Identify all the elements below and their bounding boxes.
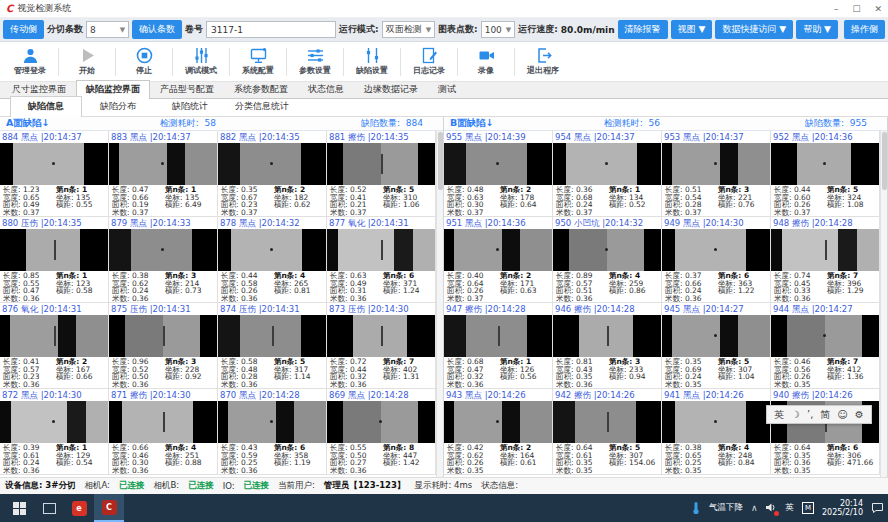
ime-emoji-icon[interactable]: ☺ [837, 409, 847, 420]
defect-cell[interactable]: 944 黑点 |20:14:27 长度: 0.46宽度: 0.56面积: 0.2… [771, 303, 880, 389]
defect-thumbnail-image [662, 401, 770, 443]
taskbar-clock[interactable]: 20:14 2025/2/10 [822, 499, 863, 518]
defect-cell[interactable]: 955 黑点 |20:14:39 长度: 0.48宽度: 0.63面积: 0.3… [444, 131, 553, 217]
defect-cell[interactable]: 873 压伤 |20:14:30 长度: 0.72宽度: 0.44面积: 0.3… [327, 303, 436, 389]
defect-cell[interactable]: 947 擦伤 |20:14:28 长度: 0.68宽度: 0.47面积: 0.3… [444, 303, 553, 389]
defect-cell[interactable]: 877 氧化 |20:14:31 长度: 0.63宽度: 0.49面积: 0.3… [327, 217, 436, 303]
defect-cell[interactable]: 940 擦伤 |20:14:26 长度: 0.64宽度: 0.35面积: 0.3… [771, 389, 880, 475]
defect-cell[interactable]: 880 压伤 |20:14:35 长度: 0.85宽度: 0.55面积: 0.4… [0, 217, 109, 303]
action-camera-button[interactable]: 录像 [458, 47, 514, 76]
transmission-side-button[interactable]: 传动侧 [3, 20, 44, 39]
defect-cell[interactable]: 876 氧化 |20:14:31 长度: 0.41宽度: 0.57面积: 0.2… [0, 303, 109, 389]
volume-icon[interactable] [765, 502, 777, 515]
defect-cell-header: 877 氧化 |20:14:31 [327, 217, 435, 229]
defect-cell[interactable]: 942 擦伤 |20:14:26 长度: 0.64宽度: 0.61面积: 0.3… [553, 389, 662, 475]
defect-cell[interactable]: 869 黑点 |20:14:28 长度: 0.55宽度: 0.50面积: 0.2… [327, 389, 436, 475]
weather-text[interactable]: 气温下降 [709, 502, 743, 514]
run-speed-value: 80.0m/min [561, 25, 615, 35]
defect-info: 长度: 0.36宽度: 0.68面积: 0.24米数: 0.37 第n条: 1坐… [553, 185, 661, 216]
tab-1[interactable]: 缺陷监控界面 [76, 80, 150, 99]
action-stop-button[interactable]: 停止 [116, 47, 172, 76]
subtab-2[interactable]: 缺陷统计 [154, 96, 226, 116]
defect-cell[interactable]: 951 黑点 |20:14:36 长度: 0.40宽度: 0.64面积: 0.2… [444, 217, 553, 303]
ime-fullhalf-moon-icon[interactable]: ☽ [791, 409, 800, 420]
close-button[interactable]: ✕ [874, 4, 882, 14]
defect-thumbnail-image [327, 143, 435, 185]
action-user-button[interactable]: 管理登录 [2, 47, 58, 76]
defect-info: 长度: 0.48宽度: 0.63面积: 0.30米数: 0.37 第n条: 2坐… [444, 185, 552, 216]
run-mode-select[interactable]: 双面检测▼ [382, 21, 435, 38]
action-label: 开始 [79, 65, 95, 76]
quick-access-menu-button[interactable]: 数据快捷访问 ▼ [715, 20, 793, 39]
ime-simplified-toggle[interactable]: 简 [820, 408, 830, 422]
defect-info: 长度: 0.43宽度: 0.59面积: 0.25米数: 0.36 第n条: 6坐… [218, 443, 326, 474]
action-exit-button[interactable]: 退出程序 [515, 47, 571, 76]
help-menu-button[interactable]: 帮助 ▼ [796, 20, 838, 39]
defect-cell[interactable]: 943 黑点 |20:14:26 长度: 0.42宽度: 0.62面积: 0.2… [444, 389, 553, 475]
action-monitor-button[interactable]: 系统配置 [230, 47, 286, 76]
subtab-0[interactable]: 缺陷信息 [10, 96, 82, 117]
defect-thumbnail-image [218, 229, 326, 271]
defect-cell[interactable]: 879 黑点 |20:14:33 长度: 0.38宽度: 0.62面积: 0.2… [109, 217, 218, 303]
action-log-button[interactable]: 日志记录 [401, 47, 457, 76]
defect-info: 长度: 0.52宽度: 0.41面积: 0.21米数: 0.37 第n条: 5坐… [327, 185, 435, 216]
defect-cell[interactable]: 952 黑点 |20:14:36 长度: 0.44宽度: 0.60面积: 0.2… [771, 131, 880, 217]
defect-cell[interactable]: 950 小凹坑 |20:14:32 长度: 0.89宽度: 0.57面积: 0.… [553, 217, 662, 303]
confirm-count-button[interactable]: 确认条数 [132, 20, 182, 39]
state-info-label: 状态信息: [481, 480, 518, 492]
action-center-icon[interactable] [871, 502, 884, 514]
subtab-1[interactable]: 缺陷分布 [82, 96, 154, 116]
ime-settings-gear-icon[interactable]: ⚙ [855, 409, 864, 420]
start-button[interactable] [4, 494, 34, 522]
maximize-button[interactable]: ☐ [852, 4, 860, 14]
subtab-3[interactable]: 分类信息统计 [226, 96, 298, 116]
tab-5[interactable]: 边缘数据记录 [354, 80, 428, 98]
action-toolbar: 管理登录开始停止调试模式系统配置参数设置缺陷设置日志记录录像退出程序 [0, 42, 888, 82]
defect-cell[interactable]: 881 擦伤 |20:14:35 长度: 0.52宽度: 0.41面积: 0.2… [327, 131, 436, 217]
taskbar-app-2[interactable]: C [94, 494, 124, 522]
ime-mode-icon[interactable]: M [802, 502, 814, 514]
action-vsliders-button[interactable]: 缺陷设置 [344, 47, 400, 76]
tray-expand-chevron[interactable]: ∧ [751, 503, 758, 513]
defect-cell[interactable]: 882 黑点 |20:14:35 长度: 0.35宽度: 0.67面积: 0.2… [218, 131, 327, 217]
defect-cell[interactable]: 948 擦伤 |20:14:28 长度: 0.74宽度: 0.45面积: 0.3… [771, 217, 880, 303]
panel-scrollbar[interactable] [880, 131, 887, 477]
defect-cell[interactable]: 884 黑点 |20:14:37 长度: 1.23宽度: 0.65面积: 0.4… [0, 131, 109, 217]
clear-alarm-button[interactable]: 清除报警 [618, 20, 668, 39]
task-view-button[interactable] [34, 494, 64, 522]
defect-cell[interactable]: 871 擦伤 |20:14:30 长度: 0.66宽度: 0.46面积: 0.3… [109, 389, 218, 475]
action-play-button[interactable]: 开始 [59, 47, 115, 76]
view-menu-button[interactable]: 视图 ▼ [671, 20, 713, 39]
slit-count-select[interactable]: 8▼ [86, 21, 129, 38]
tab-6[interactable]: 测试 [428, 80, 466, 98]
defect-cell-header: 942 擦伤 |20:14:26 [553, 389, 661, 401]
defect-cell[interactable]: 954 黑点 |20:14:37 长度: 0.36宽度: 0.68面积: 0.2… [553, 131, 662, 217]
taskbar-app-1[interactable]: e [64, 494, 94, 522]
defect-cell[interactable]: 945 黑点 |20:14:27 长度: 0.35宽度: 0.69面积: 0.2… [662, 303, 771, 389]
defect-cell-header: 881 擦伤 |20:14:35 [327, 131, 435, 143]
defect-cell[interactable]: 874 压伤 |20:14:31 长度: 0.58宽度: 0.48面积: 0.2… [218, 303, 327, 389]
defect-cell[interactable]: 953 黑点 |20:14:37 长度: 0.51宽度: 0.54面积: 0.2… [662, 131, 771, 217]
ime-language-indicator[interactable]: 英 [785, 502, 794, 514]
ime-lang-toggle[interactable]: 英 [774, 408, 784, 422]
defect-cell[interactable]: 870 黑点 |20:14:28 长度: 0.43宽度: 0.59面积: 0.2… [218, 389, 327, 475]
defect-cell[interactable]: 941 黑点 |20:14:26 长度: 0.38宽度: 0.65面积: 0.2… [662, 389, 771, 475]
ime-punctuation-toggle[interactable]: ’, [807, 409, 813, 420]
chart-points-select[interactable]: 100▼ [481, 21, 516, 38]
defect-cell[interactable]: 949 黑点 |20:14:30 长度: 0.37宽度: 0.66面积: 0.2… [662, 217, 771, 303]
defect-cell[interactable]: 883 黑点 |20:14:37 长度: 0.47宽度: 0.66面积: 0.1… [109, 131, 218, 217]
tab-4[interactable]: 状态信息 [298, 80, 354, 98]
defect-cell-header: 941 黑点 |20:14:26 [662, 389, 770, 401]
action-hsliders-button[interactable]: 参数设置 [287, 47, 343, 76]
defect-cell[interactable]: 946 擦伤 |20:14:28 长度: 0.81宽度: 0.43面积: 0.3… [553, 303, 662, 389]
minimize-button[interactable]: – [834, 4, 839, 14]
defect-cell[interactable]: 872 黑点 |20:14:30 长度: 0.39宽度: 0.61面积: 0.2… [0, 389, 109, 475]
panel-scrollbar[interactable] [436, 131, 443, 477]
scrollbar-thumb[interactable] [882, 132, 887, 190]
defect-cell[interactable]: 878 黑点 |20:14:32 长度: 0.44宽度: 0.58面积: 0.2… [218, 217, 327, 303]
action-tune-button[interactable]: 调试模式 [173, 47, 229, 76]
defect-cell[interactable]: 875 压伤 |20:14:31 长度: 0.96宽度: 0.52面积: 0.5… [109, 303, 218, 389]
scrollbar-thumb[interactable] [438, 132, 443, 190]
roll-number-input[interactable] [206, 21, 336, 38]
operation-side-button[interactable]: 操作侧 [844, 20, 885, 39]
